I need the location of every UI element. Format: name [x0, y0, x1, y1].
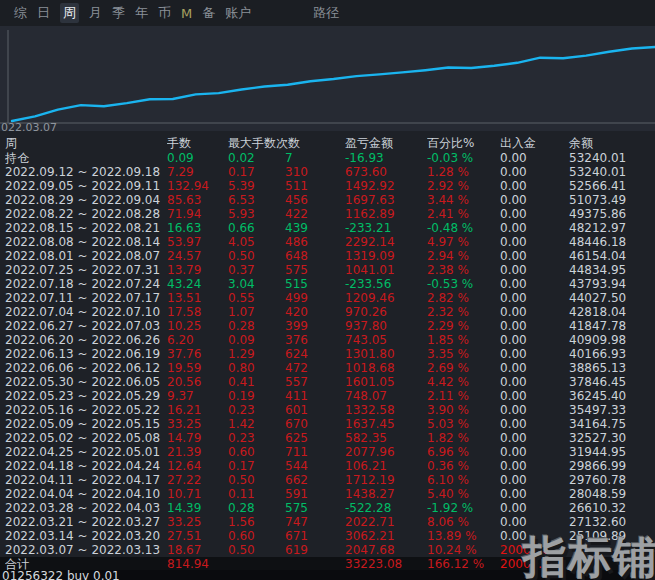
table-row[interactable]: 2022.05.09 ~ 2022.05.15 33.25 1.42 670 1…: [0, 417, 655, 431]
cell-count: 456: [285, 193, 345, 207]
cell-pnl: 1492.92: [345, 179, 427, 193]
table-row[interactable]: 2022.04.11 ~ 2022.04.17 27.22 0.50 662 1…: [0, 473, 655, 487]
cell-pct: 1.28 %: [427, 165, 500, 179]
cell-pnl: -16.93: [345, 151, 427, 165]
menu-item-8[interactable]: 备: [202, 4, 215, 22]
table-row[interactable]: 2022.08.15 ~ 2022.08.21 16.63 0.66 439 -…: [0, 221, 655, 235]
table-row[interactable]: 2022.05.23 ~ 2022.05.29 9.37 0.19 411 74…: [0, 389, 655, 403]
table-row[interactable]: 2022.08.08 ~ 2022.08.14 53.97 4.05 486 2…: [0, 235, 655, 249]
cell-pct: 13.89 %: [427, 529, 500, 543]
cell-pnl: 3062.21: [345, 529, 427, 543]
table-row[interactable]: 2022.07.04 ~ 2022.07.10 17.58 1.07 420 9…: [0, 305, 655, 319]
cell-max-lots: 0.41: [228, 375, 285, 389]
cell-pnl: 1319.09: [345, 249, 427, 263]
cell-balance: 27132.60: [552, 515, 655, 529]
cell-cashflow: 0.00: [500, 291, 552, 305]
table-row[interactable]: 2022.06.27 ~ 2022.07.03 10.25 0.28 399 9…: [0, 319, 655, 333]
table-row[interactable]: 2022.06.06 ~ 2022.06.12 19.59 0.80 472 1…: [0, 361, 655, 375]
cell-week: 2022.03.28 ~ 2022.04.03: [5, 501, 167, 515]
table-row[interactable]: 2022.07.25 ~ 2022.07.31 13.79 0.37 575 1…: [0, 263, 655, 277]
cell-cashflow: 0.00: [500, 221, 552, 235]
table-row[interactable]: 2022.07.11 ~ 2022.07.17 13.51 0.55 499 1…: [0, 291, 655, 305]
cell-max-lots: 0.60: [228, 529, 285, 543]
cell-cashflow: 0.00: [500, 263, 552, 277]
menu-item-7[interactable]: M: [181, 6, 192, 21]
cell-pct: 5.40 %: [427, 487, 500, 501]
cell-max-lots: 0.17: [228, 165, 285, 179]
cell-pct: -0.53 %: [427, 277, 500, 291]
menu-item-5[interactable]: 年: [135, 4, 148, 22]
cell-week: 2022.04.11 ~ 2022.04.17: [5, 473, 167, 487]
table-row[interactable]: 2022.03.28 ~ 2022.04.03 14.39 0.28 575 -…: [0, 501, 655, 515]
menu-item-10[interactable]: 路径: [313, 4, 339, 22]
menu-item-1[interactable]: 日: [37, 4, 50, 22]
cell-count: 511: [285, 179, 345, 193]
cell-max-lots: 5.39: [228, 179, 285, 193]
cell-lots: 37.76: [167, 347, 228, 361]
menu-item-2[interactable]: 周: [60, 3, 79, 23]
table-row[interactable]: 2022.06.13 ~ 2022.06.19 37.76 1.29 624 1…: [0, 347, 655, 361]
cell-lots: 71.94: [167, 207, 228, 221]
cell-week: 2022.08.22 ~ 2022.08.28: [5, 207, 167, 221]
cell-balance: 28048.59: [552, 487, 655, 501]
cell-week: 2022.07.04 ~ 2022.07.10: [5, 305, 167, 319]
cell-week: 2022.04.25 ~ 2022.05.01: [5, 445, 167, 459]
cell-pnl: 2077.96: [345, 445, 427, 459]
table-row[interactable]: 2022.07.18 ~ 2022.07.24 43.24 3.04 515 -…: [0, 277, 655, 291]
cell-pnl: 582.35: [345, 431, 427, 445]
menu-item-6[interactable]: 币: [158, 4, 171, 22]
table-row[interactable]: 持仓 0.09 0.02 7 -16.93 -0.03 % 0.00 53240…: [0, 151, 655, 165]
menu-item-4[interactable]: 季: [112, 4, 125, 22]
cell-pct: 2.92 %: [427, 179, 500, 193]
cell-pnl: 1018.68: [345, 361, 427, 375]
menu-item-9[interactable]: 账户: [225, 4, 251, 22]
table-row[interactable]: 2022.09.12 ~ 2022.09.18 7.29 0.17 310 67…: [0, 165, 655, 179]
table-row[interactable]: 2022.05.02 ~ 2022.05.08 14.79 0.23 625 5…: [0, 431, 655, 445]
cell-pnl: 106.21: [345, 459, 427, 473]
cell-pct: 4.42 %: [427, 375, 500, 389]
cell-balance: 41847.78: [552, 319, 655, 333]
menu-item-0[interactable]: 综: [14, 4, 27, 22]
cell-lots: 16.21: [167, 403, 228, 417]
cell-count: 399: [285, 319, 345, 333]
table-row[interactable]: 2022.04.18 ~ 2022.04.24 12.64 0.17 544 1…: [0, 459, 655, 473]
table-row[interactable]: 2022.06.20 ~ 2022.06.26 6.20 0.09 376 74…: [0, 333, 655, 347]
table-row[interactable]: 2022.05.16 ~ 2022.05.22 16.21 0.23 601 1…: [0, 403, 655, 417]
cell-balance: 44027.50: [552, 291, 655, 305]
cell-week: 2022.04.04 ~ 2022.04.10: [5, 487, 167, 501]
table-row[interactable]: 2022.04.25 ~ 2022.05.01 21.39 0.60 711 2…: [0, 445, 655, 459]
cell-count: 515: [285, 277, 345, 291]
cell-week: 2022.07.25 ~ 2022.07.31: [5, 263, 167, 277]
cell-lots: 17.58: [167, 305, 228, 319]
cell-week: 2022.05.23 ~ 2022.05.29: [5, 389, 167, 403]
cell-balance: 53240.01: [552, 165, 655, 179]
cell-lots: 0.09: [167, 151, 228, 165]
table-row[interactable]: 2022.09.05 ~ 2022.09.11 132.94 5.39 511 …: [0, 179, 655, 193]
cell-pct: 3.44 %: [427, 193, 500, 207]
cell-pnl: 743.05: [345, 333, 427, 347]
cell-count: 747: [285, 515, 345, 529]
table-row[interactable]: 2022.08.29 ~ 2022.09.04 85.63 6.53 456 1…: [0, 193, 655, 207]
cell-pnl: 673.60: [345, 165, 427, 179]
col-header-maxlots-count: 最大手数次数: [228, 135, 345, 151]
cell-pnl: 2292.14: [345, 235, 427, 249]
menu-item-3[interactable]: 月: [89, 4, 102, 22]
menu-items: 综日周月季年币M备账户路径: [0, 0, 655, 26]
cell-pnl: 2022.71: [345, 515, 427, 529]
table-row[interactable]: 2022.03.21 ~ 2022.03.27 33.25 1.56 747 2…: [0, 515, 655, 529]
cell-lots: 43.24: [167, 277, 228, 291]
cell-cashflow: 0.00: [500, 431, 552, 445]
cell-max-lots: 4.05: [228, 235, 285, 249]
table-row[interactable]: 2022.04.04 ~ 2022.04.10 10.71 0.11 591 1…: [0, 487, 655, 501]
cell-pnl: 748.07: [345, 389, 427, 403]
cell-cashflow: 0.00: [500, 403, 552, 417]
table-row[interactable]: 2022.08.22 ~ 2022.08.28 71.94 5.93 422 1…: [0, 207, 655, 221]
cell-max-lots: 0.50: [228, 543, 285, 557]
cell-week: 2022.09.12 ~ 2022.09.18: [5, 165, 167, 179]
cell-lots: 132.94: [167, 179, 228, 193]
cell-balance: 29760.78: [552, 473, 655, 487]
cell-count: 662: [285, 473, 345, 487]
table-row[interactable]: 2022.05.30 ~ 2022.06.05 20.56 0.41 557 1…: [0, 375, 655, 389]
table-row[interactable]: 2022.08.01 ~ 2022.08.07 24.57 0.50 648 1…: [0, 249, 655, 263]
cell-count: 422: [285, 207, 345, 221]
